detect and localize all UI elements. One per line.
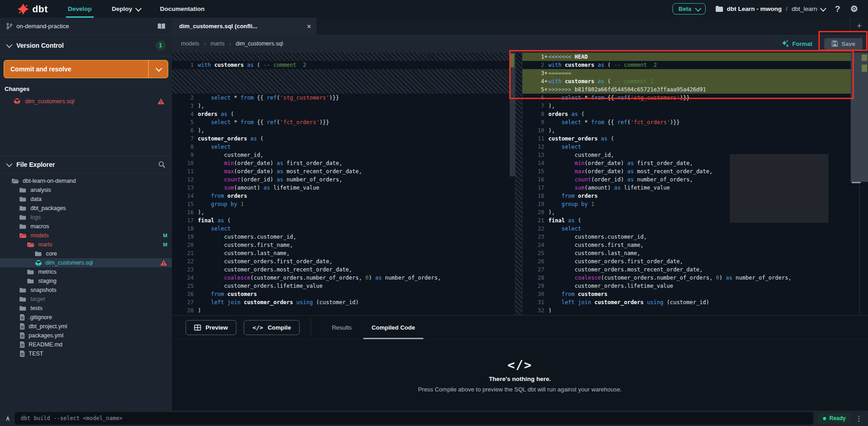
code-line-31[interactable]: 31 left join customer_orders using (cust… — [522, 298, 868, 306]
code-line-2[interactable]: 2 select * from {{ ref('stg_customers')}… — [172, 94, 515, 102]
tree-item-dim_customers.sql[interactable]: dim_customers.sql — [0, 258, 172, 267]
commit-options-dropdown[interactable] — [148, 60, 168, 78]
tree-item-core[interactable]: core — [0, 249, 172, 258]
right-pane-scrollbar[interactable] — [851, 53, 868, 182]
code-line-1[interactable]: 1with customers as ( -- comment 2 — [172, 61, 515, 69]
code-line-4[interactable]: 4+with customers as ( -- comment 1 — [522, 77, 868, 85]
changed-file-dim_customers.sql[interactable]: dim_customers.sql — [4, 96, 168, 106]
code-line-28[interactable]: 28 coalesce(customer_orders.number_of_or… — [522, 274, 868, 282]
code-line-12[interactable]: 12 count(order_id) as number_of_orders, — [172, 175, 515, 184]
commit-and-resolve-button[interactable]: Commit and resolve — [4, 60, 168, 78]
code-line-23[interactable]: 23 customer_orders.most_recent_order_dat… — [172, 266, 515, 274]
version-control-header[interactable]: Version Control 1 — [0, 35, 172, 56]
tab-results[interactable]: Results — [322, 316, 361, 339]
code-line-11[interactable]: 11 max(order_date) as most_recent_order_… — [172, 167, 515, 175]
breadcrumb-item-marts[interactable]: marts — [211, 40, 225, 47]
dbt-logo[interactable]: dbt — [0, 3, 60, 15]
code-line-23[interactable]: 23 customers.customer_id, — [522, 233, 868, 241]
code-line-22[interactable]: 22 customer_orders.first_order_date, — [172, 257, 515, 266]
code-line-25[interactable]: 25 customers.last_name, — [522, 249, 868, 257]
tree-item-packages.yml[interactable]: packages.yml — [0, 331, 172, 340]
code-line-9[interactable]: 9 customer_id, — [172, 151, 515, 159]
code-line-11[interactable]: 11customer_orders as ( — [522, 135, 868, 143]
code-line-4[interactable]: 4orders as ( — [172, 110, 515, 118]
tree-item-analysis[interactable]: analysis — [0, 185, 172, 195]
help-icon[interactable]: ? — [835, 5, 840, 13]
tree-item-logs[interactable]: logs — [0, 213, 172, 222]
tree-item-staging[interactable]: staging — [0, 276, 172, 286]
tree-item-tests[interactable]: tests — [0, 304, 172, 313]
tree-item-dbt_project.yml[interactable]: dbt_project.yml — [0, 322, 172, 331]
code-line-7[interactable]: 7), — [522, 102, 868, 110]
branch-row[interactable]: on-demand-practice — [0, 18, 172, 35]
code-line-26[interactable]: 26 customer_orders.first_order_date, — [522, 257, 868, 266]
save-button[interactable]: Save — [824, 38, 863, 50]
preview-button[interactable]: Preview — [186, 320, 236, 335]
code-line-2[interactable]: 2with customers as ( -- comment 2 — [522, 61, 868, 69]
dbt-command-input[interactable] — [15, 412, 813, 425]
breadcrumb-item-models[interactable]: models — [181, 40, 199, 47]
code-line-19[interactable]: 19 customers.customer_id, — [172, 233, 515, 241]
code-line-8[interactable]: 8orders as ( — [522, 110, 868, 118]
beta-dropdown[interactable]: Beta — [672, 3, 705, 15]
code-line-16[interactable]: 16), — [172, 208, 515, 216]
editor-pane-local[interactable]: 1with customers as ( -- comment 22 selec… — [172, 53, 515, 315]
code-line-9[interactable]: 9 select * from {{ ref('fct_orders')}} — [522, 118, 868, 126]
code-line-13[interactable]: 13 sum(amount) as lifetime_value — [172, 184, 515, 192]
code-line-1[interactable]: 1+<<<<<<< HEAD — [522, 53, 868, 61]
code-line-15[interactable]: 15 group by 1 — [172, 200, 515, 208]
tree-item-.gitignore[interactable]: .gitignore — [0, 313, 172, 322]
code-line-17[interactable]: 17final as ( — [172, 216, 515, 225]
tree-item-macros[interactable]: macros — [0, 222, 172, 231]
code-line-10[interactable]: 10 min(order_date) as first_order_date, — [172, 159, 515, 167]
tree-item-TEST[interactable]: TEST — [0, 349, 172, 358]
format-button[interactable]: Format — [781, 40, 813, 48]
tree-item-marts[interactable]: martsM — [0, 240, 172, 249]
compile-button[interactable]: </> Compile — [244, 320, 300, 335]
code-line-18[interactable]: 18 select — [172, 225, 515, 233]
tree-item-snapshots[interactable]: snapshots — [0, 286, 172, 295]
tree-item-data[interactable]: data — [0, 195, 172, 204]
code-line-7[interactable]: 7customer_orders as ( — [172, 135, 515, 143]
code-line-12[interactable]: 12 select — [522, 143, 868, 151]
gear-icon[interactable]: ⚙ — [850, 5, 858, 13]
tree-item-README.md[interactable]: README.md — [0, 340, 172, 349]
tab-dim-customers[interactable]: dim_customers.sql (confli... × — [172, 18, 316, 35]
code-line-24[interactable]: 24 customers.first_name, — [522, 241, 868, 249]
file-search-button[interactable] — [158, 161, 166, 168]
left-pane-scrollbar[interactable] — [510, 53, 515, 176]
code-line-30[interactable]: 30 from customers — [522, 290, 868, 298]
kebab-menu-icon[interactable]: ⋮ — [855, 414, 863, 423]
project-dropdown[interactable]: dbt_learn — [792, 5, 825, 12]
split-drag-handle[interactable] — [515, 53, 522, 315]
new-tab-button[interactable]: + — [850, 18, 868, 35]
editor-pane-merged[interactable]: 1+<<<<<<< HEAD2with customers as ( -- co… — [522, 53, 868, 315]
code-line-32[interactable]: 32) — [522, 306, 868, 315]
code-line-3[interactable]: 3+======= — [522, 69, 868, 77]
code-line-26[interactable]: 26 from customers — [172, 290, 515, 298]
tree-item-models[interactable]: modelsM — [0, 231, 172, 240]
account-switcher[interactable]: dbt Learn - mwong / dbt_learn — [716, 5, 825, 12]
docs-book-icon[interactable] — [157, 23, 166, 30]
code-line-21[interactable]: 21 customers.last_name, — [172, 249, 515, 257]
code-line-25[interactable]: 25 customer_orders.lifetime_value — [172, 282, 515, 290]
tree-item-target[interactable]: target — [0, 295, 172, 304]
tree-item-dbt_packages[interactable]: dbt_packages — [0, 204, 172, 213]
code-line-14[interactable]: 14 from orders — [172, 192, 515, 200]
code-line-6[interactable]: 6 select * from {{ ref('stg_customers')}… — [522, 94, 868, 102]
code-line-5[interactable]: 5+>>>>>>> b81f802a66fd544504c65721e3ffaa… — [522, 85, 868, 94]
close-icon[interactable]: × — [307, 22, 311, 30]
code-line-20[interactable]: 20 customers.first_name, — [172, 241, 515, 249]
tab-compiled-code[interactable]: Compiled Code — [361, 316, 425, 339]
nav-item-deploy[interactable]: Deploy — [104, 0, 148, 18]
code-line-28[interactable]: 28) — [172, 306, 515, 315]
nav-item-develop[interactable]: Develop — [60, 0, 100, 18]
code-line-29[interactable]: 29 customer_orders.lifetime_value — [522, 282, 868, 290]
code-line-24[interactable]: 24 coalesce(customer_orders.number_of_or… — [172, 274, 515, 282]
code-line-27[interactable]: 27 left join customer_orders using (cust… — [172, 298, 515, 306]
code-line-5[interactable]: 5 select * from {{ ref('fct_orders')}} — [172, 118, 515, 126]
breadcrumb-item-dim_customers.sql[interactable]: dim_customers.sql — [236, 40, 283, 47]
expand-command-bar-icon[interactable]: ∧ — [5, 415, 10, 422]
file-explorer-header[interactable]: File Explorer — [0, 155, 172, 174]
code-line-22[interactable]: 22 select — [522, 225, 868, 233]
